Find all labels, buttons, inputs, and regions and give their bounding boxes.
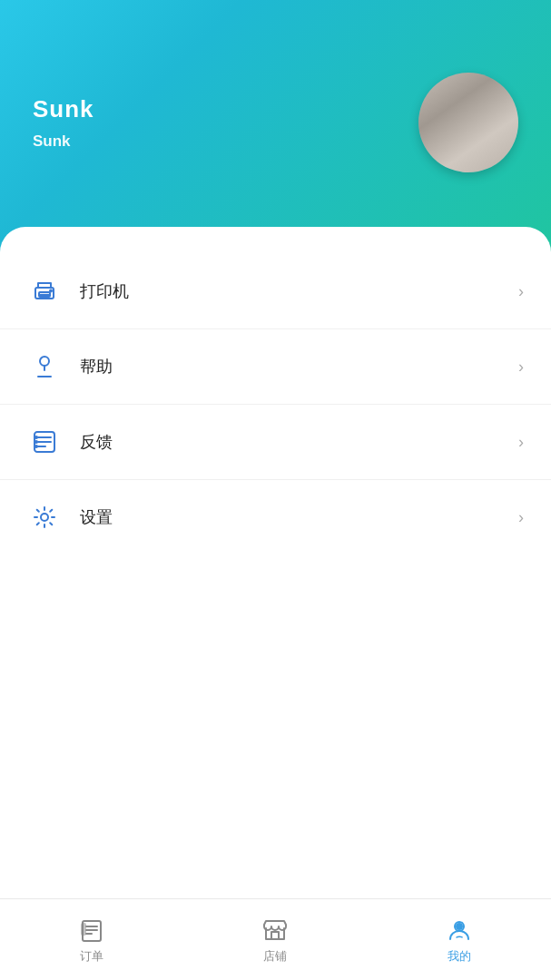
chevron-icon-feedback: › [518, 433, 524, 452]
user-name-main: Sunk [33, 95, 94, 123]
orders-nav-icon [77, 916, 106, 945]
chevron-icon-help: › [518, 358, 524, 377]
svg-point-10 [35, 441, 37, 443]
menu-item-settings[interactable]: 设置 › [0, 480, 551, 554]
menu-item-feedback[interactable]: 反馈 › [0, 405, 551, 480]
store-nav-icon [261, 916, 290, 945]
settings-icon [27, 500, 62, 534]
svg-point-9 [35, 436, 37, 438]
svg-point-2 [50, 290, 52, 292]
svg-rect-17 [82, 924, 85, 935]
header-content: Sunk Sunk [0, 0, 551, 209]
chevron-icon-printer: › [518, 282, 524, 301]
user-info: Sunk Sunk [33, 95, 94, 151]
avatar[interactable] [418, 73, 518, 172]
svg-point-3 [40, 357, 49, 366]
mine-nav-icon [445, 916, 474, 945]
menu-label-printer: 打印机 [80, 280, 518, 302]
nav-item-orders[interactable]: 订单 [0, 906, 183, 974]
nav-item-mine[interactable]: 我的 [368, 906, 551, 974]
feedback-icon [27, 425, 62, 459]
menu-label-feedback: 反馈 [80, 431, 518, 453]
svg-rect-18 [271, 932, 279, 939]
menu-label-settings: 设置 [80, 506, 518, 528]
header-background: Sunk Sunk [0, 0, 551, 254]
menu-list: 打印机 › 帮助 › [0, 245, 551, 564]
nav-label-store: 店铺 [263, 948, 287, 965]
chevron-icon-settings: › [518, 508, 524, 527]
content-card: 打印机 › 帮助 › [0, 227, 551, 926]
menu-label-help: 帮助 [80, 356, 518, 377]
help-icon [27, 349, 62, 384]
printer-icon [27, 274, 62, 309]
nav-label-orders: 订单 [80, 948, 103, 965]
svg-point-12 [41, 514, 48, 521]
svg-point-11 [35, 446, 37, 447]
bottom-nav: 订单 店铺 我的 [0, 898, 551, 980]
nav-label-mine: 我的 [448, 948, 471, 965]
menu-item-help[interactable]: 帮助 › [0, 329, 551, 405]
nav-item-store[interactable]: 店铺 [183, 906, 367, 974]
svg-point-20 [457, 924, 462, 929]
user-name-sub: Sunk [33, 132, 94, 151]
menu-item-printer[interactable]: 打印机 › [0, 254, 551, 329]
